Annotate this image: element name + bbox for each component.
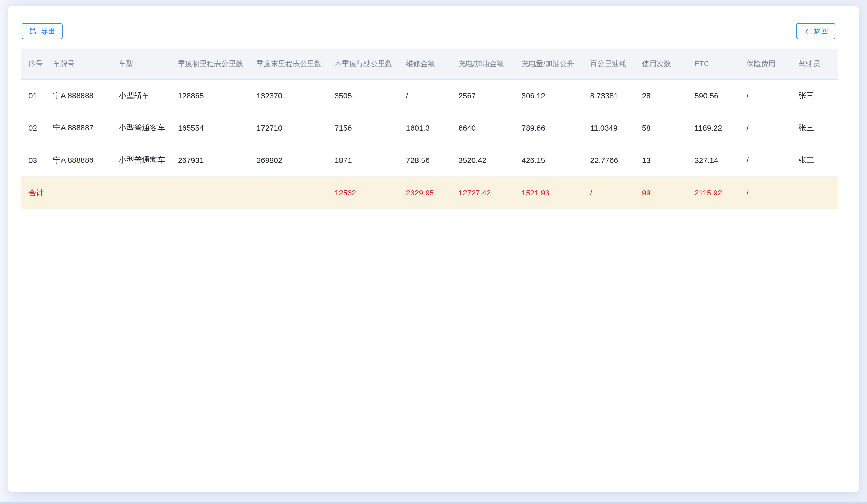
vehicle-stats-table-wrap: 序号车牌号车型季度初里程表公里数季度末里程表公里数本季度行驶公里数维修金额充电/… <box>21 48 838 209</box>
header-cell: 驾驶员 <box>791 48 838 79</box>
table-row: 01宁A 888888小型轿车1288651323703505/2567306.… <box>21 79 838 112</box>
total-cell <box>111 176 171 209</box>
header-cell: 本季度行驶公里数 <box>327 48 399 79</box>
table-cell: 132370 <box>249 79 327 112</box>
total-cell: 99 <box>635 176 687 209</box>
table-cell: 172710 <box>249 112 327 144</box>
header-cell: 车型 <box>111 48 171 79</box>
total-cell: 12532 <box>327 176 399 209</box>
table-cell: 789.66 <box>514 112 583 144</box>
table-cell: 28 <box>635 79 687 112</box>
vehicle-stats-table: 序号车牌号车型季度初里程表公里数季度末里程表公里数本季度行驶公里数维修金额充电/… <box>21 48 838 209</box>
table-cell: 13 <box>635 144 687 176</box>
export-button[interactable]: 导出 <box>22 23 63 39</box>
table-cell: 269802 <box>249 144 327 176</box>
table-row: 02宁A 888887小型普通客车16555417271071561601.36… <box>21 112 838 144</box>
table-cell: / <box>739 79 791 112</box>
table-cell: 58 <box>635 112 687 144</box>
table-cell: 426.15 <box>514 144 583 176</box>
table-cell: / <box>739 144 791 176</box>
total-cell: / <box>583 176 635 209</box>
table-cell: 2567 <box>451 79 514 112</box>
table-cell: 3520.42 <box>451 144 514 176</box>
database-export-icon <box>29 27 37 35</box>
total-cell <box>791 176 838 209</box>
table-row: 03宁A 888886小型普通客车2679312698021871728.563… <box>21 144 838 176</box>
table-header-row: 序号车牌号车型季度初里程表公里数季度末里程表公里数本季度行驶公里数维修金额充电/… <box>21 48 838 79</box>
total-cell: 12727.42 <box>451 176 514 209</box>
table-cell: 宁A 888887 <box>46 112 111 144</box>
table-cell: 张三 <box>791 112 838 144</box>
bottom-edge-strip <box>0 502 867 504</box>
total-cell: / <box>739 176 791 209</box>
table-cell: 8.73381 <box>583 79 635 112</box>
header-cell: 车牌号 <box>46 48 111 79</box>
table-cell: 小型普通客车 <box>111 112 171 144</box>
header-cell: 百公里油耗 <box>583 48 635 79</box>
header-cell: 使用次数 <box>635 48 687 79</box>
header-cell: 充电量/加油公升 <box>514 48 583 79</box>
total-cell <box>46 176 111 209</box>
total-cell: 1521.93 <box>514 176 583 209</box>
table-cell: 165554 <box>171 112 249 144</box>
back-button-label: 返回 <box>814 28 828 35</box>
table-cell: 1601.3 <box>399 112 451 144</box>
table-cell: 327.14 <box>687 144 739 176</box>
table-cell: 张三 <box>791 144 838 176</box>
header-cell: ETC <box>687 48 739 79</box>
table-cell: 267931 <box>171 144 249 176</box>
table-cell: 728.56 <box>399 144 451 176</box>
table-cell: 3505 <box>327 79 399 112</box>
table-cell: 1189.22 <box>687 112 739 144</box>
export-button-label: 导出 <box>41 28 55 35</box>
total-cell <box>171 176 249 209</box>
table-cell: 小型轿车 <box>111 79 171 112</box>
table-cell: 01 <box>21 79 46 112</box>
table-cell: 宁A 888888 <box>46 79 111 112</box>
total-cell <box>249 176 327 209</box>
total-row: 合计125322329.9512727.421521.93/992115.92/ <box>21 176 838 209</box>
table-cell: / <box>739 112 791 144</box>
table-cell: / <box>399 79 451 112</box>
total-row-label: 合计 <box>21 176 46 209</box>
header-cell: 维修金额 <box>399 48 451 79</box>
header-cell: 季度初里程表公里数 <box>171 48 249 79</box>
table-cell: 03 <box>21 144 46 176</box>
chevron-left-icon <box>803 28 810 35</box>
total-cell: 2115.92 <box>687 176 739 209</box>
table-cell: 7156 <box>327 112 399 144</box>
header-cell: 序号 <box>21 48 46 79</box>
table-cell: 小型普通客车 <box>111 144 171 176</box>
total-cell: 2329.95 <box>399 176 451 209</box>
table-cell: 1871 <box>327 144 399 176</box>
table-cell: 11.0349 <box>583 112 635 144</box>
header-cell: 保险费用 <box>739 48 791 79</box>
table-cell: 6640 <box>451 112 514 144</box>
table-cell: 128865 <box>171 79 249 112</box>
table-cell: 306.12 <box>514 79 583 112</box>
table-cell: 22.7766 <box>583 144 635 176</box>
table-body: 01宁A 888888小型轿车1288651323703505/2567306.… <box>21 79 838 209</box>
table-cell: 张三 <box>791 79 838 112</box>
table-cell: 02 <box>21 112 46 144</box>
table-cell: 590.56 <box>687 79 739 112</box>
back-button[interactable]: 返回 <box>796 23 835 39</box>
header-cell: 充电/加油金额 <box>451 48 514 79</box>
content-card: 导出 返回 序号车牌号车型季度初里程表公里数季度末里程表公里数本季度行驶公里数维… <box>8 6 859 492</box>
table-cell: 宁A 888886 <box>46 144 111 176</box>
header-cell: 季度末里程表公里数 <box>249 48 327 79</box>
